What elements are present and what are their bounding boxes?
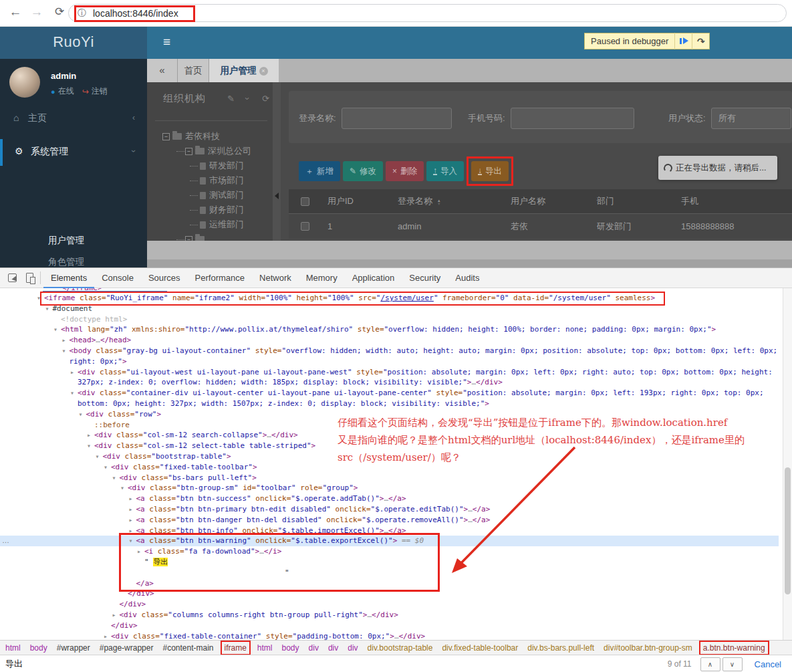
src-link[interactable]: /system/user — [380, 294, 433, 302]
dom-line[interactable]: </div> — [0, 599, 779, 610]
dom-line-more-actions[interactable]: … — [2, 536, 10, 544]
expand-arrow-icon[interactable]: ▸ — [129, 493, 133, 504]
chevron-down-icon[interactable]: › — [243, 97, 253, 100]
dom-line[interactable]: ▸<i class="fa fa-download">…</i> — [0, 546, 779, 557]
select-all-checkbox[interactable] — [301, 197, 309, 206]
breadcrumb-html[interactable]: html — [5, 643, 21, 653]
column-header[interactable]: 登录名称▴▾ — [390, 195, 503, 207]
breadcrumb-body[interactable]: body — [282, 643, 299, 653]
collapse-arrow-icon[interactable]: ▾ — [70, 388, 74, 399]
dom-line[interactable]: ▸<div class="fixed-table-container" styl… — [0, 631, 779, 641]
export-button[interactable]: ↓导出 — [471, 161, 509, 181]
login-name-input[interactable] — [342, 108, 452, 129]
back-button[interactable]: ← — [7, 5, 24, 19]
devtools-tab-security[interactable]: Security — [402, 268, 448, 288]
devtools-tab-network[interactable]: Network — [252, 268, 299, 288]
collapse-arrow-icon[interactable]: ▾ — [104, 462, 108, 473]
devtools-tab-memory[interactable]: Memory — [299, 268, 345, 288]
toolbar-button-edit[interactable]: ✎修改 — [343, 161, 383, 181]
tree-expander-icon[interactable]: − — [162, 133, 170, 140]
scrollbar-thumb[interactable] — [785, 467, 791, 594]
sidebar-toggle-icon[interactable]: ≡ — [163, 35, 170, 49]
logout-link[interactable]: 注销 — [92, 86, 108, 97]
breadcrumb-body[interactable]: body — [30, 643, 47, 653]
avatar[interactable] — [9, 67, 40, 98]
device-toolbar-icon[interactable] — [26, 273, 33, 283]
tree-node[interactable]: −深圳总公司 — [147, 144, 273, 158]
breadcrumb--wrapper[interactable]: #wrapper — [57, 643, 90, 653]
collapse-arrow-icon[interactable]: ▾ — [79, 409, 83, 420]
dom-line[interactable]: ▸<a class="btn btn-success" onclick="$.o… — [0, 493, 779, 504]
expand-arrow-icon[interactable]: ▸ — [70, 367, 74, 378]
expand-arrow-icon[interactable]: ▸ — [62, 335, 66, 346]
collapse-arrow-icon[interactable]: ▾ — [129, 536, 133, 546]
dom-line[interactable]: ▸<head>…</head> — [0, 335, 779, 346]
sort-icon[interactable]: ▴▾ — [438, 199, 440, 205]
tree-node[interactable]: 运维部门 — [147, 217, 273, 232]
breadcrumb--content-main[interactable]: #content-main — [162, 643, 213, 653]
dom-line[interactable]: <!doctype html> — [0, 314, 779, 325]
sidebar-subitem[interactable]: 用户管理 — [0, 230, 147, 251]
collapse-arrow-icon[interactable]: ▾ — [53, 324, 57, 335]
breadcrumb-div-bs-bars-pull-left[interactable]: div.bs-bars.pull-left — [527, 643, 594, 653]
dom-line[interactable]: </div> — [0, 621, 779, 631]
dom-line[interactable]: </div> — [0, 588, 779, 599]
phone-input[interactable] — [511, 108, 634, 129]
column-header[interactable]: 用户ID — [319, 195, 390, 207]
breadcrumb-div[interactable]: div — [328, 643, 338, 653]
breadcrumb--page-wrapper[interactable]: #page-wrapper — [100, 643, 154, 653]
dom-line[interactable]: ▸<a class="btn btn-primary btn-edit disa… — [0, 504, 779, 515]
column-header[interactable]: 部门 — [589, 195, 673, 207]
dom-line[interactable]: " — [0, 568, 779, 578]
expand-arrow-icon[interactable]: ▸ — [87, 430, 91, 441]
devtools-tab-sources[interactable]: Sources — [141, 268, 188, 288]
row-checkbox[interactable] — [301, 222, 309, 231]
dom-line[interactable]: </a> — [0, 578, 779, 589]
dom-line[interactable]: " 导出 — [0, 557, 779, 568]
sidebar-subitem[interactable]: 角色管理 — [0, 251, 147, 267]
step-over-button[interactable]: ↷ — [692, 33, 709, 49]
breadcrumb-div-toolbar-btn-group-sm[interactable]: div#toolbar.btn-group-sm — [604, 643, 692, 653]
find-input[interactable] — [5, 659, 668, 669]
column-header[interactable]: 手机 — [673, 195, 792, 207]
dom-line[interactable]: ▾<div class="bs-bars pull-left"> — [0, 473, 779, 483]
expand-arrow-icon[interactable]: ▸ — [112, 610, 116, 621]
resume-script-button[interactable] — [674, 33, 692, 49]
column-header[interactable]: 用户名称 — [503, 195, 589, 207]
collapse-arrow-icon[interactable]: ▾ — [96, 451, 100, 462]
tree-node[interactable]: 测试部门 — [147, 188, 273, 203]
address-bar[interactable]: ⓘ localhost:8446/index — [68, 4, 787, 22]
collapse-pane-icon[interactable] — [275, 193, 279, 199]
dom-line[interactable]: ▾#document — [0, 304, 779, 314]
sidebar-item-home[interactable]: ⌂ 主页 ‹ — [0, 106, 147, 132]
collapse-arrow-icon[interactable]: ▾ — [112, 473, 116, 483]
devtools-tab-elements[interactable]: Elements — [43, 268, 94, 288]
dom-line-selected[interactable]: ▾<a class="btn btn-warning" onclick="$.t… — [0, 536, 779, 546]
dom-line[interactable]: ▾<body class="gray-bg ui-layout-containe… — [0, 346, 779, 367]
tree-node[interactable]: 市场部门 — [147, 173, 273, 188]
collapse-tabs-button[interactable]: « — [147, 59, 178, 82]
dom-line[interactable]: ▸<div class="ui-layout-west ui-layout-pa… — [0, 367, 779, 388]
devtools-tab-application[interactable]: Application — [345, 268, 402, 288]
toolbar-button-del[interactable]: ×删除 — [386, 161, 424, 181]
dom-line[interactable]: ▾<div class="container-div ui-layout-cen… — [0, 388, 779, 409]
expand-arrow-icon[interactable]: ▸ — [129, 515, 133, 526]
dom-line[interactable]: ▾<div class="btn-group-sm" id="toolbar" … — [0, 483, 779, 493]
breadcrumb-div[interactable]: div — [309, 643, 319, 653]
collapse-arrow-icon[interactable]: ▾ — [87, 441, 91, 451]
tree-node[interactable]: −若依科技 — [147, 129, 273, 144]
tree-node[interactable]: 研发部门 — [147, 158, 273, 173]
collapse-arrow-icon[interactable]: ▾ — [37, 293, 41, 304]
dom-line[interactable]: ▾<iframe class="RuoYi_iframe" name="ifra… — [0, 293, 779, 304]
dom-line[interactable]: ▸<a class="btn btn-info" onclick="$.tabl… — [0, 526, 779, 536]
url-text[interactable]: localhost:8446/index — [93, 8, 178, 19]
collapse-arrow-icon[interactable]: ▾ — [120, 483, 124, 493]
dom-line[interactable]: ▾<html lang="zh" xmlns:shiro="http://www… — [0, 324, 779, 335]
forward-button[interactable]: → — [28, 5, 45, 19]
pane-resizer[interactable] — [273, 82, 281, 241]
refresh-icon[interactable]: ⟳ — [262, 94, 269, 104]
devtools-tab-console[interactable]: Console — [94, 268, 141, 288]
breadcrumb-html[interactable]: html — [257, 643, 273, 653]
expand-arrow-icon[interactable]: ▸ — [129, 526, 133, 536]
breadcrumb-div-bootstrap-table[interactable]: div.bootstrap-table — [368, 643, 433, 653]
